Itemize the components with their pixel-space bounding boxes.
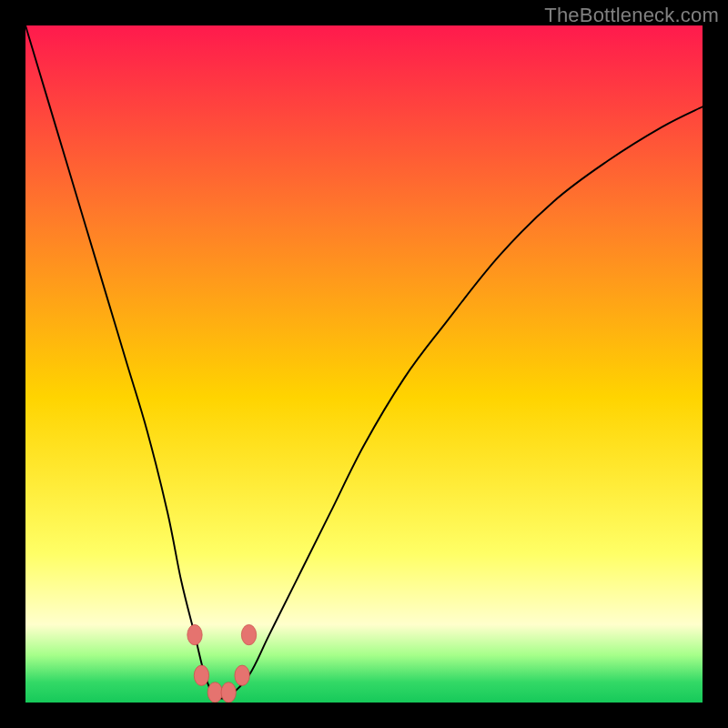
- curve-marker: [241, 624, 256, 644]
- curve-marker: [187, 624, 202, 644]
- plot-area: [25, 25, 703, 703]
- bottleneck-curve: [25, 25, 703, 699]
- curve-marker: [221, 682, 236, 703]
- curve-layer: [25, 25, 703, 703]
- chart-frame: [25, 25, 703, 703]
- curve-marker: [194, 665, 208, 685]
- watermark-text: TheBottleneck.com: [544, 4, 719, 27]
- curve-marker: [207, 682, 222, 703]
- curve-markers: [187, 624, 257, 703]
- curve-marker: [235, 665, 249, 685]
